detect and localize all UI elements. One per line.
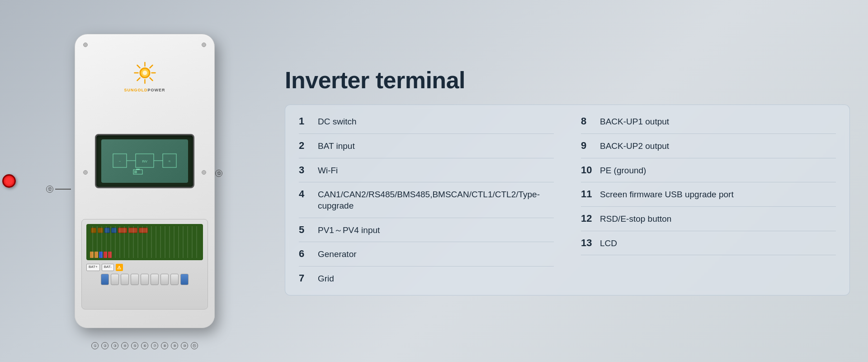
inverter-body: SUNGOLDPOWER ~ INV xyxy=(75,34,215,328)
item-number: 4 xyxy=(299,188,311,200)
item-label: DC switch xyxy=(318,115,357,128)
item-label: LCD xyxy=(600,237,617,249)
list-item: 5 PV1～PV4 input xyxy=(299,218,554,243)
info-section: Inverter terminal 1 DC switch 2 BAT inpu… xyxy=(271,9,850,353)
terminal-block: BAT+ BAT- ⚠ xyxy=(81,219,208,310)
ann-2: ② xyxy=(101,342,108,349)
ann-10: ⑩ xyxy=(181,342,188,349)
logo-text: SUNGOLDPOWER xyxy=(124,88,165,92)
connector xyxy=(101,274,109,285)
bat-labels: BAT+ BAT- ⚠ xyxy=(86,264,203,271)
info-col-right: 8 BACK-UP1 output 9 BACK-UP2 output 10 P… xyxy=(581,110,836,291)
connector xyxy=(141,274,149,285)
connector xyxy=(111,274,119,285)
svg-point-10 xyxy=(142,71,147,75)
label-12: ⑫ xyxy=(46,186,71,193)
page-title: Inverter terminal xyxy=(285,67,850,94)
main-container: ⑫ ⑬ xyxy=(0,0,868,362)
svg-line-8 xyxy=(137,78,140,81)
item-number: 13 xyxy=(581,237,594,249)
screw-tr xyxy=(202,43,206,47)
item-label: PE (ground) xyxy=(600,164,646,176)
list-item: 8 BACK-UP1 output xyxy=(581,110,836,134)
info-grid: 1 DC switch 2 BAT input 3 Wi-Fi 4 CAN1/C… xyxy=(299,110,836,291)
list-item: 7 Grid xyxy=(299,267,554,291)
list-item: 11 Screen firmware USB upgrade port xyxy=(581,182,836,207)
circle-13: ⑬ xyxy=(215,170,222,177)
item-number: 10 xyxy=(581,164,594,176)
ann-6: ⑥ xyxy=(141,342,148,349)
item-number: 3 xyxy=(299,164,311,176)
ann-3: ③ xyxy=(111,342,118,349)
ann-4: ④ xyxy=(121,342,128,349)
item-label: PV1～PV4 input xyxy=(318,224,380,236)
item-number: 1 xyxy=(299,115,311,127)
item-label: BAT input xyxy=(318,140,355,152)
svg-rect-22 xyxy=(137,171,140,173)
item-label: BACK-UP2 output xyxy=(600,140,669,152)
list-item: 1 DC switch xyxy=(299,110,554,134)
ann-11: ⑪ xyxy=(191,342,198,349)
svg-text:INV: INV xyxy=(142,160,147,163)
list-item: 9 BACK-UP2 output xyxy=(581,134,836,158)
list-item: 10 PE (ground) xyxy=(581,158,836,183)
item-number: 9 xyxy=(581,140,594,152)
screw-mr xyxy=(202,170,206,175)
list-item: 4 CAN1/CAN2/RS485/BMS485,BMSCAN/CTL1/CTL… xyxy=(299,182,554,218)
connector xyxy=(170,274,179,285)
svg-text:≈: ≈ xyxy=(169,159,171,163)
ann-5: ⑤ xyxy=(131,342,138,349)
screw-tl xyxy=(83,43,88,47)
list-item: 3 Wi-Fi xyxy=(299,158,554,183)
svg-line-6 xyxy=(150,78,152,81)
svg-line-5 xyxy=(137,65,140,68)
connector xyxy=(131,274,139,285)
svg-rect-20 xyxy=(136,169,140,170)
item-label: BACK-UP1 output xyxy=(600,115,669,128)
cable-connectors xyxy=(86,274,203,285)
connector xyxy=(180,274,189,285)
connector xyxy=(151,274,159,285)
sun-icon xyxy=(133,62,156,84)
item-number: 2 xyxy=(299,140,311,152)
item-number: 8 xyxy=(581,115,594,127)
ann-7: ⑦ xyxy=(151,342,158,349)
info-table: 1 DC switch 2 BAT input 3 Wi-Fi 4 CAN1/C… xyxy=(285,105,850,295)
item-label: RSD/E-stop button xyxy=(600,213,671,225)
item-number: 5 xyxy=(299,224,311,236)
list-item: 6 Generator xyxy=(299,242,554,267)
svg-text:~: ~ xyxy=(119,159,121,163)
bottom-annotations: ① ② ③ ④ ⑤ ⑥ ⑦ ⑧ ⑨ ⑩ ⑪ xyxy=(91,342,198,349)
ann-1: ① xyxy=(91,342,99,349)
list-item: 2 BAT input xyxy=(299,134,554,158)
circle-12: ⑫ xyxy=(46,186,53,193)
lcd-content: ~ INV ≈ xyxy=(108,145,181,177)
inverter-section: ⑫ ⑬ xyxy=(18,9,271,353)
item-label: CAN1/CAN2/RS485/BMS485,BMSCAN/CTL1/CTL2/… xyxy=(318,188,554,211)
list-item: 13 LCD xyxy=(581,231,836,256)
lcd-display: ~ INV ≈ xyxy=(95,134,194,188)
item-label: Screen firmware USB upgrade port xyxy=(600,188,734,200)
ann-9: ⑨ xyxy=(171,342,178,349)
screw-ml xyxy=(83,170,88,175)
item-label: Generator xyxy=(318,248,357,260)
logo-area: SUNGOLDPOWER xyxy=(124,62,165,92)
info-col-left: 1 DC switch 2 BAT input 3 Wi-Fi 4 CAN1/C… xyxy=(299,110,554,291)
svg-line-7 xyxy=(150,65,152,68)
ann-8: ⑧ xyxy=(161,342,168,349)
item-number: 11 xyxy=(581,188,594,200)
item-number: 7 xyxy=(299,272,311,284)
list-item-empty xyxy=(581,255,836,279)
lcd-screen: ~ INV ≈ xyxy=(101,139,189,183)
item-number: 12 xyxy=(581,213,594,224)
terminal-pcb xyxy=(86,224,203,260)
item-label: Grid xyxy=(318,272,334,285)
connector xyxy=(121,274,129,285)
item-number: 6 xyxy=(299,248,311,260)
item-label: Wi-Fi xyxy=(318,164,338,176)
list-item: 12 RSD/E-stop button xyxy=(581,207,836,231)
estop-button xyxy=(2,174,16,188)
svg-rect-21 xyxy=(134,171,137,173)
connector xyxy=(160,274,169,285)
